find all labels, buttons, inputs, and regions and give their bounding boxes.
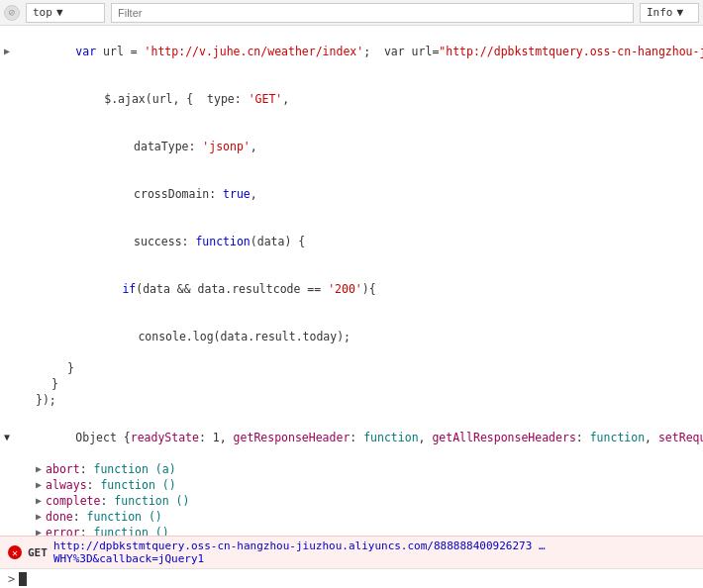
code-line-7: console.log(data.result.today); xyxy=(0,313,703,360)
error-icon: ✕ xyxy=(8,545,22,559)
http-method: GET xyxy=(28,546,48,559)
code-text-9: } xyxy=(51,376,58,392)
code-line-6: if(data && data.resultcode == '200'){ xyxy=(0,265,703,313)
code-text-10: }); xyxy=(36,392,56,408)
code-line-10: }); xyxy=(0,392,703,408)
prop-arrow-done[interactable]: ▶ xyxy=(36,509,42,525)
code-text-1: var url = 'http://v.juhe.cn/weather/inde… xyxy=(14,28,703,75)
prop-done: ▶ done: function () xyxy=(0,509,703,525)
code-text-2: $.ajax(url, { type: 'GET', xyxy=(36,75,289,123)
input-line: > xyxy=(0,568,703,588)
info-arrow: ▼ xyxy=(677,6,684,19)
prop-abort: ▶ abort: function (a) xyxy=(0,461,703,477)
prop-name-abort: abort: function (a) xyxy=(46,461,176,477)
prop-arrow-complete[interactable]: ▶ xyxy=(36,493,42,509)
context-label: top xyxy=(33,6,52,19)
code-text-3: dataType: 'jsonp', xyxy=(51,123,257,170)
context-arrow: ▼ xyxy=(56,6,63,19)
code-text-5: success: function(data) { xyxy=(51,218,305,265)
error-bar: ✕ GET http://dpbkstmtquery.oss-cn-hangzh… xyxy=(0,536,703,568)
code-line-3: dataType: 'jsonp', xyxy=(0,123,703,170)
prop-arrow-always[interactable]: ▶ xyxy=(36,477,42,493)
code-line-9: } xyxy=(0,376,703,392)
code-line-8: } xyxy=(0,360,703,376)
code-text-6: if(data && data.resultcode == '200'){ xyxy=(67,265,376,313)
info-selector[interactable]: Info ▼ xyxy=(640,3,699,23)
code-line-4: crossDomain: true, xyxy=(0,170,703,218)
prop-name-always: always: function () xyxy=(46,477,176,493)
code-text-8: } xyxy=(67,360,74,376)
stop-button[interactable] xyxy=(4,5,20,21)
object-expand-arrow[interactable]: ▼ xyxy=(4,430,10,445)
code-line-2: $.ajax(url, { type: 'GET', xyxy=(0,75,703,123)
object-header-text: Object {readyState: 1, getResponseHeader… xyxy=(14,414,703,461)
prop-name-complete: complete: function () xyxy=(46,493,189,509)
code-line-5: success: function(data) { xyxy=(0,218,703,265)
console-area[interactable]: ▶ var url = 'http://v.juhe.cn/weather/in… xyxy=(0,26,703,536)
object-header[interactable]: ▼ Object {readyState: 1, getResponseHead… xyxy=(0,414,703,461)
prop-error: ▶ error: function () xyxy=(0,525,703,536)
filter-input[interactable] xyxy=(111,3,634,23)
info-label: Info xyxy=(647,6,673,19)
cursor xyxy=(19,572,27,586)
prop-name-done: done: function () xyxy=(46,509,162,525)
expand-arrow-1[interactable]: ▶ xyxy=(4,44,10,59)
toolbar: top ▼ Info ▼ xyxy=(0,0,703,26)
main-panel: ▶ var url = 'http://v.juhe.cn/weather/in… xyxy=(0,26,703,588)
context-selector[interactable]: top ▼ xyxy=(26,3,105,23)
code-text-4: crossDomain: true, xyxy=(51,170,257,218)
prop-name-error: error: function () xyxy=(46,525,169,536)
error-url[interactable]: http://dpbkstmtquery.oss-cn-hangzhou-jiu… xyxy=(53,539,695,565)
prop-arrow-error[interactable]: ▶ xyxy=(36,525,42,536)
prop-always: ▶ always: function () xyxy=(0,477,703,493)
prop-complete: ▶ complete: function () xyxy=(0,493,703,509)
input-caret: > xyxy=(8,572,15,586)
code-line-1: ▶ var url = 'http://v.juhe.cn/weather/in… xyxy=(0,28,703,75)
code-text-7: console.log(data.result.today); xyxy=(83,313,351,360)
prop-arrow-abort[interactable]: ▶ xyxy=(36,461,42,477)
